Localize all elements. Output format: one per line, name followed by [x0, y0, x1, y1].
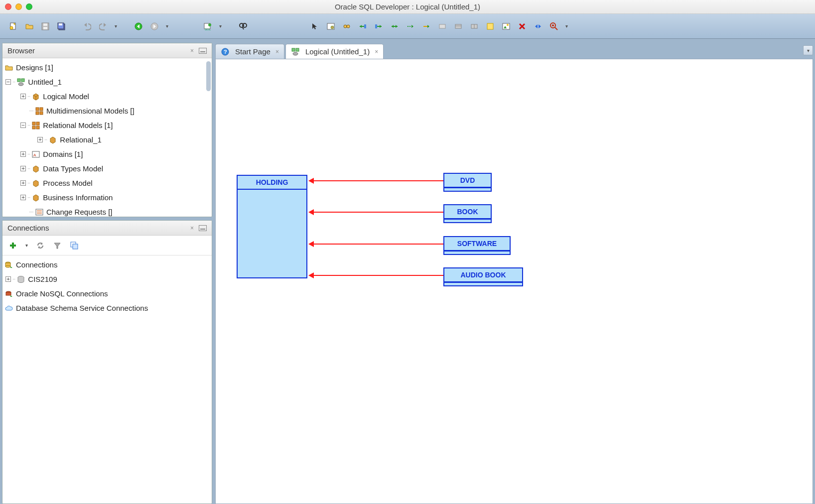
back-button[interactable]: [132, 20, 145, 33]
relation-tool-2[interactable]: [372, 20, 385, 33]
relation-line[interactable]: [313, 244, 443, 245]
find-button[interactable]: [237, 20, 250, 33]
new-connection-button[interactable]: [6, 239, 19, 252]
expand-icon[interactable]: +: [20, 166, 26, 171]
entity-name: SOFTWARE: [444, 237, 510, 251]
undo-button[interactable]: [81, 20, 94, 33]
browser-tree[interactable]: Designs [1] − ··· Untitled_1 + ··: [2, 58, 212, 217]
new-connection-dropdown[interactable]: ▾: [23, 243, 30, 248]
zoom-dropdown[interactable]: ▾: [563, 23, 570, 29]
expand-icon[interactable]: +: [20, 94, 26, 99]
tree-designs-root[interactable]: Designs [1]: [2, 60, 212, 75]
tns-button[interactable]: [68, 239, 81, 252]
relation-line[interactable]: [313, 180, 443, 181]
redo-button[interactable]: [97, 20, 110, 33]
select-tool[interactable]: [308, 20, 321, 33]
connections-minimize-button[interactable]: [199, 225, 207, 231]
svg-rect-46: [503, 23, 510, 29]
browser-scrollbar[interactable]: [206, 61, 211, 91]
tree-business-info[interactable]: + ··· Business Information: [2, 190, 212, 205]
svg-point-24: [344, 25, 347, 28]
tree-domains[interactable]: + ··· A Domains [1]: [2, 147, 212, 161]
tab-logical[interactable]: Logical (Untitled_1) ×: [285, 44, 384, 59]
relation-tool-1[interactable]: [356, 20, 369, 33]
new-button[interactable]: [7, 20, 20, 33]
glasses-icon[interactable]: [340, 20, 353, 33]
expand-icon[interactable]: +: [37, 137, 43, 142]
nav-dropdown[interactable]: ▾: [164, 23, 170, 29]
delete-tool[interactable]: [516, 20, 529, 33]
svg-rect-66: [36, 112, 39, 115]
tree-label: Change Requests []: [46, 208, 113, 216]
tree-process-model[interactable]: + ··· Process Model: [2, 176, 212, 190]
svg-point-23: [331, 26, 334, 29]
relation-line[interactable]: [313, 275, 443, 276]
tree-multidimensional[interactable]: ····· Multidimensional Models []: [2, 104, 212, 118]
tree-design-node[interactable]: − ··· Untitled_1: [2, 75, 212, 89]
engineer-button[interactable]: [532, 20, 544, 33]
design-icon: [16, 78, 25, 87]
tree-label: Logical Model: [43, 92, 89, 101]
connections-root[interactable]: Connections: [2, 257, 212, 272]
open-button[interactable]: [23, 20, 36, 33]
entity-book[interactable]: BOOK: [443, 204, 492, 223]
tree-connector-icon: ···: [26, 166, 31, 171]
svg-rect-29: [364, 24, 366, 28]
tree-relational-1[interactable]: + ··· Relational_1: [2, 132, 212, 147]
window-title: Oracle SQL Developer : Logical (Untitled…: [0, 2, 815, 11]
image-tool[interactable]: [500, 20, 513, 33]
entity-software[interactable]: SOFTWARE: [443, 236, 511, 255]
tab-start-page[interactable]: ? Start Page ×: [215, 44, 284, 59]
refresh-connections-button[interactable]: [34, 239, 47, 252]
schema-service-connections[interactable]: Database Schema Service Connections: [2, 301, 212, 315]
filter-button[interactable]: [51, 239, 64, 252]
tree-change-requests[interactable]: ····· Change Requests []: [2, 205, 212, 217]
tree-relational-models[interactable]: − ··· Relational Models [1]: [2, 118, 212, 132]
save-all-button[interactable]: [55, 20, 68, 33]
save-button[interactable]: [39, 20, 52, 33]
expand-icon[interactable]: +: [5, 276, 11, 282]
forward-button[interactable]: [148, 20, 161, 33]
tree-data-types[interactable]: + ··· Data Types Model: [2, 161, 212, 176]
cube-icon: [31, 92, 40, 101]
entity-audio-book[interactable]: AUDIO BOOK: [443, 267, 523, 286]
collapse-icon[interactable]: −: [5, 79, 11, 85]
connection-cis2109[interactable]: + ··· CIS2109: [2, 272, 212, 286]
expand-icon[interactable]: +: [20, 195, 26, 200]
properties-button[interactable]: [324, 20, 337, 33]
svg-rect-69: [36, 122, 39, 125]
zoom-button[interactable]: [547, 20, 560, 33]
expand-icon[interactable]: +: [20, 151, 26, 157]
browser-panel: Browser × Designs [1]: [2, 43, 212, 217]
svg-marker-77: [33, 195, 38, 201]
tab-close-button[interactable]: ×: [373, 48, 378, 55]
tab-close-button[interactable]: ×: [273, 48, 279, 55]
relation-tool-4[interactable]: [404, 20, 417, 33]
connections-tree[interactable]: Connections + ··· CIS2109 Oracle: [2, 255, 212, 504]
entity-holding[interactable]: HOLDING: [237, 175, 307, 278]
oracle-nosql-connections[interactable]: Oracle NoSQL Connections: [2, 286, 212, 301]
box-tool-1[interactable]: [436, 20, 449, 33]
relation-line[interactable]: [313, 212, 443, 213]
tabs-overflow-button[interactable]: ▾: [803, 45, 813, 55]
expand-icon[interactable]: +: [20, 180, 26, 186]
svg-point-48: [507, 24, 509, 26]
svg-point-91: [5, 265, 10, 267]
sql-dropdown[interactable]: ▾: [217, 23, 224, 29]
relation-tool-3[interactable]: [388, 20, 401, 33]
box-tool-2[interactable]: [452, 20, 465, 33]
browser-minimize-button[interactable]: [199, 48, 207, 54]
diagram-canvas[interactable]: HOLDING DVD BOOK SOFTWARE AUDIO BOOK: [215, 59, 813, 504]
box-tool-3[interactable]: [468, 20, 481, 33]
entity-dvd[interactable]: DVD: [443, 173, 492, 192]
arc-tool[interactable]: [420, 20, 433, 33]
note-tool[interactable]: [484, 20, 497, 33]
history-dropdown[interactable]: ▾: [113, 23, 119, 29]
tree-logical-model[interactable]: + ··· Logical Model: [2, 89, 212, 104]
collapse-icon[interactable]: −: [20, 123, 26, 128]
connections-close-button[interactable]: ×: [188, 225, 196, 232]
sql-worksheet-button[interactable]: SQL: [201, 20, 214, 33]
svg-marker-96: [10, 295, 12, 297]
browser-close-button[interactable]: ×: [188, 47, 196, 54]
help-icon: ?: [221, 47, 230, 56]
